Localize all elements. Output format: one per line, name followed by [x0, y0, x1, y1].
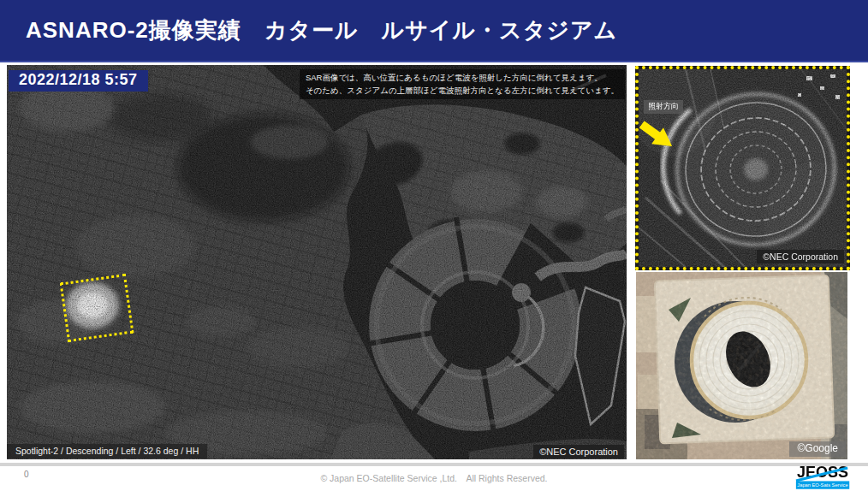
page-title: ASNARO-2撮像実績 カタール ルサイル・スタジアム — [0, 15, 617, 45]
footer-copyright: © Japan EO-Satellite Service ,Ltd. All R… — [0, 473, 868, 485]
jeoss-logo: JEOSS Japan EO-Sats Service — [794, 465, 851, 489]
capture-datetime-badge: 2022/12/18 5:57 — [9, 70, 148, 92]
sar-zoom-panel: 照射方向 ©NEC Corporation — [635, 66, 850, 270]
stadium-highlight-box — [60, 274, 134, 342]
sar-zoom-image — [639, 69, 847, 267]
nec-credit-label: ©NEC Corporation — [757, 250, 844, 263]
sar-explanation-line1: SAR画像では、高い位置にあるものほど電波を照射した方向に倒れて見えます。 — [306, 72, 619, 85]
google-credit-label: ©Google — [789, 441, 846, 457]
main-sar-image-panel: 2022/12/18 5:57 SAR画像では、高い位置にあるものほど電波を照射… — [7, 65, 627, 459]
sar-explanation-line2: そのため、スタジアムの上層部ほど電波照射方向となる左方に倒れて見えています。 — [306, 85, 619, 98]
radiation-direction-label: 照射方向 — [644, 100, 683, 114]
optical-image-panel: ©Google — [636, 272, 847, 459]
optical-image — [636, 272, 847, 459]
slide-header: ASNARO-2撮像実績 カタール ルサイル・スタジアム — [0, 0, 868, 62]
footer-divider — [0, 463, 868, 466]
sar-image — [7, 65, 627, 459]
sar-explanation-note: SAR画像では、高い位置にあるものほど電波を照射した方向に倒れて見えます。 その… — [300, 69, 625, 99]
jeoss-logo-subtext: Japan EO-Sats Service — [796, 481, 850, 489]
sensor-mode-label: Spotlight-2 / Descending / Left / 32.6 d… — [7, 444, 207, 458]
nec-credit-label: ©NEC Corporation — [533, 445, 624, 458]
